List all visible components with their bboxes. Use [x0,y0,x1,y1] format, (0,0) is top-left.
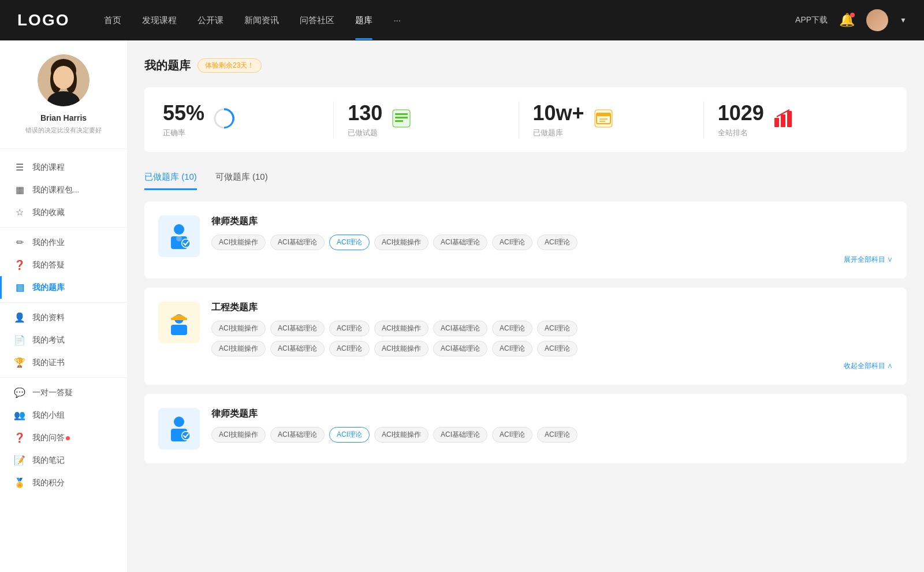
tag[interactable]: ACI技能操作 [374,235,429,250]
sidebar-item-coursepack[interactable]: ▦ 我的课程包... [0,179,127,201]
sidebar-item-cert[interactable]: 🏆 我的证书 [0,351,127,374]
svg-rect-25 [171,318,187,320]
sidebar-item-favorites[interactable]: ☆ 我的收藏 [0,201,127,224]
svg-point-19 [174,224,184,235]
tag-active[interactable]: ACI理论 [329,235,370,250]
homework-icon: ✏ [14,237,25,248]
nav-link-more[interactable]: ··· [393,15,401,26]
site-rank-icon [773,109,793,131]
svg-rect-9 [395,117,408,118]
sidebar-item-courses[interactable]: ☰ 我的课程 [0,156,127,179]
tag[interactable]: ACI技能操作 [211,427,266,443]
tag[interactable]: ACI基础理论 [270,235,325,250]
qbank-icon: ▤ [14,282,25,293]
done-banks-value: 10w+ [533,101,584,125]
coursepack-icon: ▦ [14,184,25,195]
qbank-title-engineer: 工程类题库 [211,302,893,314]
sidebar-item-points[interactable]: 🏅 我的积分 [0,471,127,494]
tag[interactable]: ACI理论 [329,321,370,336]
sidebar-item-label: 我的考试 [32,335,65,346]
tag[interactable]: ACI技能操作 [211,341,266,356]
tag[interactable]: ACI技能操作 [211,321,266,336]
nav-link-open[interactable]: 公开课 [198,15,223,26]
tag[interactable]: ACI基础理论 [433,321,487,336]
notification-bell[interactable]: 🔔 [839,13,855,28]
nav-link-news[interactable]: 新闻资讯 [244,15,279,26]
collapse-link-engineer[interactable]: 收起全部科目 ∧ [211,361,893,371]
svg-rect-13 [597,113,610,116]
tab-done-banks[interactable]: 已做题库 (10) [144,166,197,190]
tag[interactable]: ACI技能操作 [374,341,429,356]
tag[interactable]: ACI基础理论 [270,427,325,443]
tag[interactable]: ACI理论 [537,341,578,356]
tag[interactable]: ACI理论 [537,427,578,443]
doubts-icon: ❓ [14,259,25,270]
sidebar-profile: Brian Harris 错误的决定比没有决定要好 [0,54,127,149]
exam-icon: 📄 [14,335,25,346]
tag[interactable]: ACI理论 [537,235,578,250]
sidebar-item-myqa[interactable]: ❓ 我的问答 [0,426,127,449]
tag[interactable]: ACI理论 [329,341,370,356]
logo[interactable]: LOGO [17,11,69,29]
sidebar-item-group[interactable]: 👥 我的小组 [0,404,127,426]
sidebar-item-doubts[interactable]: ❓ 我的答疑 [0,254,127,276]
tag[interactable]: ACI基础理论 [270,321,325,336]
tag[interactable]: ACI理论 [537,321,578,336]
expand-link-lawyer-1[interactable]: 展开全部科目 ∨ [211,255,893,265]
svg-rect-16 [774,118,779,127]
tag[interactable]: ACI理论 [492,235,532,250]
svg-rect-10 [395,120,403,122]
sidebar-item-homework[interactable]: ✏ 我的作业 [0,231,127,254]
sidebar-item-1on1[interactable]: 💬 一对一答疑 [0,381,127,404]
tag[interactable]: ACI基础理论 [433,341,487,356]
main-content: 我的题库 体验剩余23天！ 55% 正确率 [127,40,924,572]
sidebar-item-qbank[interactable]: ▤ 我的题库 [0,276,127,299]
done-questions-label: 已做试题 [348,128,382,138]
qbank-icon-lawyer-2 [158,408,200,450]
qbank-content-engineer: 工程类题库 ACI技能操作 ACI基础理论 ACI理论 ACI技能操作 ACI基… [211,302,893,371]
sidebar-item-profile[interactable]: 👤 我的资料 [0,306,127,329]
avatar-image [866,9,888,31]
sidebar-item-label: 我的小组 [32,410,65,421]
done-questions-value: 130 [348,101,382,125]
tag[interactable]: ACI理论 [492,341,532,356]
nav-links: 首页 发现课程 公开课 新闻资讯 问答社区 题库 ··· [104,15,795,26]
qa-dot [66,436,70,440]
chevron-down-icon[interactable]: ▼ [900,16,907,24]
menu-divider-2 [0,302,127,303]
accuracy-value-group: 55% 正确率 [163,101,204,138]
tag[interactable]: ACI技能操作 [374,427,429,443]
tag[interactable]: ACI技能操作 [374,321,429,336]
sidebar-item-label: 我的作业 [32,237,65,248]
avatar-svg [38,54,90,106]
sidebar-menu: ☰ 我的课程 ▦ 我的课程包... ☆ 我的收藏 ✏ 我的作业 ❓ 我的答疑 ▤ [0,149,127,501]
tag[interactable]: ACI基础理论 [270,341,325,356]
tag[interactable]: ACI理论 [492,321,532,336]
svg-rect-8 [395,113,408,115]
nav-link-discover[interactable]: 发现课程 [142,15,177,26]
tag[interactable]: ACI基础理论 [433,235,487,250]
app-download-link[interactable]: APP下载 [795,15,828,25]
sidebar-item-notes[interactable]: 📝 我的笔记 [0,449,127,471]
svg-point-27 [174,417,184,427]
tags-row-engineer-1: ACI技能操作 ACI基础理论 ACI理论 ACI技能操作 ACI基础理论 AC… [211,321,893,336]
nav-link-qa[interactable]: 问答社区 [300,15,334,26]
nav-link-home[interactable]: 首页 [104,15,121,26]
trial-badge: 体验剩余23天！ [198,58,262,73]
qbank-card-lawyer-1: 律师类题库 ACI技能操作 ACI基础理论 ACI理论 ACI技能操作 ACI基… [144,202,907,278]
tag-active[interactable]: ACI理论 [329,427,370,443]
user-avatar[interactable] [866,9,888,31]
tag[interactable]: ACI基础理论 [433,427,487,443]
tabs-row: 已做题库 (10) 可做题库 (10) [144,166,907,190]
notes-icon: 📝 [14,455,25,466]
qbank-card-lawyer-2: 律师类题库 ACI技能操作 ACI基础理论 ACI理论 ACI技能操作 ACI基… [144,394,907,463]
nav-link-qbank[interactable]: 题库 [355,15,372,26]
sidebar-item-label: 一对一答疑 [32,388,73,398]
tag[interactable]: ACI技能操作 [211,235,266,250]
tab-available-banks[interactable]: 可做题库 (10) [215,166,268,190]
sidebar-item-exam[interactable]: 📄 我的考试 [0,329,127,351]
stat-site-rank: 1029 全站排名 [704,101,888,138]
courses-icon: ☰ [14,162,25,173]
stat-done-questions: 130 已做试题 [334,101,519,138]
tag[interactable]: ACI理论 [492,427,532,443]
